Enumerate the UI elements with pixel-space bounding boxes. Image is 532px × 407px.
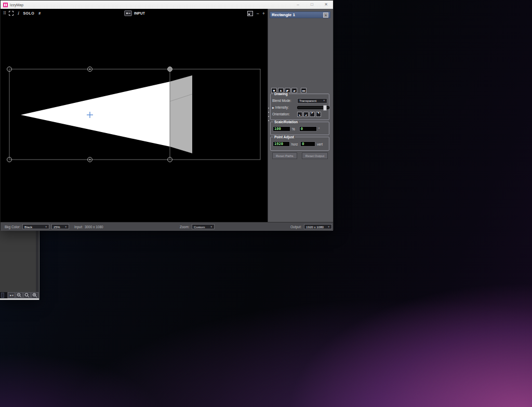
marquee-tool-icon[interactable] [9, 11, 14, 16]
izzymap-toolbar: ⠿ i SOLO # INPUT − + [1, 9, 268, 18]
preview-image-icon[interactable] [247, 11, 253, 16]
orientation-button[interactable]: ⌟ [303, 112, 309, 117]
maximize-button[interactable]: □ [305, 1, 319, 9]
handle-top-right-selected [168, 67, 172, 72]
orientation-label: Orientation: [272, 112, 297, 116]
horizontal-scrollbar[interactable]: ►▾ [0, 292, 39, 298]
shape-tool-button[interactable]: ▬ [301, 88, 307, 93]
scrollbar-thumb[interactable] [1, 293, 4, 298]
orientation-button[interactable]: ⌞ [297, 112, 302, 117]
shape-badge[interactable]: s [323, 12, 328, 18]
scale-unit: % [292, 127, 295, 131]
scale-input[interactable]: 100 [273, 126, 290, 132]
disclosure-triangle-icon[interactable]: ▶ [272, 106, 274, 109]
isadora-app-icon [3, 3, 8, 7]
slider-thumb[interactable] [323, 105, 327, 111]
blend-mode-dropdown[interactable]: Transparent▼ [297, 98, 327, 103]
shape-properties-panel: Rectangle 1 s ■▲◤▰▬ Drawing Blend Mode: … [268, 9, 333, 222]
reset-paths-button[interactable]: Reset Paths [272, 152, 297, 159]
zoom-reset-button[interactable] [23, 292, 31, 298]
izzymap-statusbar: Bkg Color: Black▼ 25%▼ Input: 3000 x 108… [1, 222, 333, 231]
scale-rotation-legend: Scale/Rotation [273, 120, 299, 124]
zoom-dropdown[interactable]: Custom▼ [192, 224, 215, 229]
izzymap-titlebar[interactable]: IzzyMap – □ ✕ [1, 1, 333, 9]
zoom-out-button[interactable] [16, 292, 23, 298]
pan-mode-button[interactable]: ►▾ [8, 292, 15, 298]
unmapped-shape-region [170, 75, 192, 153]
scale-rotation-group: Scale/Rotation 100 % 0 ° [270, 122, 329, 135]
output-label: Output: [290, 225, 301, 229]
panel-splitter[interactable] [268, 108, 269, 121]
handle-top-left [7, 67, 12, 72]
chevron-down-icon: ▼ [45, 226, 47, 228]
intensity-label: ▶Intensity: [272, 106, 297, 109]
pan-tool-icon[interactable]: ⠿ [3, 11, 6, 16]
drawing-legend: Drawing [273, 92, 289, 96]
window-bottom-edge [0, 298, 39, 300]
opacity-dropdown[interactable]: 25%▼ [51, 224, 69, 229]
horz-label: horz [291, 142, 298, 146]
handle-bottom-right [168, 157, 172, 162]
rotation-unit: ° [318, 127, 320, 131]
zoom-out-button[interactable]: − [256, 11, 259, 16]
zoom-in-button[interactable]: + [262, 11, 265, 16]
reset-output-button[interactable]: Reset Output [302, 152, 328, 159]
shape-name-header[interactable]: Rectangle 1 s [270, 11, 330, 18]
shape-tool-button[interactable]: ▰ [291, 88, 297, 93]
bkg-color-label: Bkg Color: [5, 225, 20, 229]
chevron-down-icon: ▼ [323, 99, 325, 102]
vert-input[interactable]: 0 [300, 141, 315, 147]
horz-input[interactable]: 1920 [273, 141, 290, 147]
intensity-slider[interactable] [297, 106, 329, 109]
chevron-down-icon: ▼ [328, 226, 330, 228]
point-adjust-legend: Point Adjust [273, 135, 295, 139]
close-button[interactable]: ✕ [319, 1, 333, 9]
input-mode-icon[interactable] [124, 10, 132, 16]
izzymap-title: IzzyMap [10, 3, 23, 7]
zoom-label: Zoom: [180, 225, 189, 229]
rotation-input[interactable]: 0 [299, 126, 317, 132]
chevron-down-icon: ▼ [210, 226, 212, 228]
orientation-button[interactable]: ⌜ [310, 112, 315, 117]
solo-toggle[interactable]: SOLO [23, 11, 34, 15]
point-adjust-group: Point Adjust 1920 horz 0 vert [270, 137, 329, 151]
blend-mode-label: Blend Mode: [272, 99, 297, 102]
zoom-in-button[interactable] [31, 292, 38, 298]
orientation-buttons: ⌞⌟⌜⌝ [297, 112, 322, 117]
vert-label: vert [317, 142, 323, 146]
mapping-canvas[interactable] [1, 18, 268, 222]
grid-toggle[interactable]: # [38, 11, 41, 15]
input-size-value: 3000 x 1080 [85, 225, 103, 229]
input-mode-label: INPUT [134, 11, 145, 15]
output-dropdown[interactable]: 1920 x 1080▼ [304, 224, 332, 229]
chevron-down-icon: ▼ [65, 226, 67, 228]
drawing-group: Drawing Blend Mode: Transparent▼ ▶Intens… [270, 94, 329, 120]
minimize-button[interactable]: – [291, 1, 305, 9]
input-size-label: Input: 3000 x 1080 [74, 225, 103, 229]
info-tool[interactable]: i [18, 11, 19, 16]
mapped-triangle-shape [21, 82, 170, 147]
izzymap-window: IzzyMap – □ ✕ ⠿ i SOLO # INPUT − + [0, 0, 334, 230]
handle-bottom-left [7, 157, 12, 162]
bkg-color-dropdown[interactable]: Black▼ [22, 224, 49, 229]
orientation-button[interactable]: ⌝ [316, 112, 321, 117]
